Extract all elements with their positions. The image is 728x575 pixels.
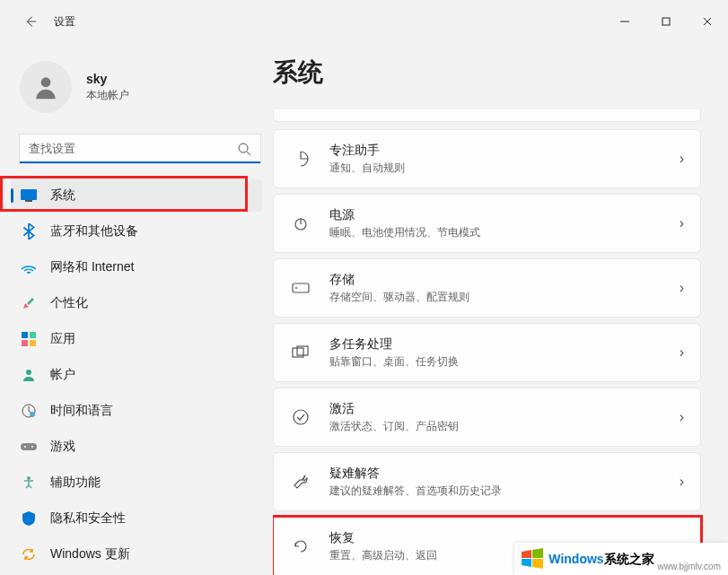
- sidebar-item-gaming[interactable]: 游戏: [11, 431, 262, 463]
- maximize-button[interactable]: [645, 7, 687, 36]
- card-sub: 睡眠、电池使用情况、节电模式: [329, 225, 680, 240]
- sidebar-item-privacy[interactable]: 隐私和安全性: [11, 502, 262, 535]
- card-sub: 通知、自动规则: [329, 161, 680, 176]
- focus-icon: [290, 148, 311, 170]
- sidebar-item-bluetooth[interactable]: 蓝牙和其他设备: [11, 215, 262, 248]
- sidebar-item-label: 网络和 Internet: [50, 259, 134, 275]
- back-button[interactable]: [18, 9, 43, 34]
- sidebar-item-network[interactable]: 网络和 Internet: [11, 251, 262, 283]
- sidebar-item-label: 时间和语言: [50, 403, 113, 419]
- titlebar: 设置: [0, 0, 728, 43]
- svg-rect-13: [21, 443, 37, 450]
- svg-marker-24: [532, 548, 543, 558]
- card-title: 专注助手: [329, 143, 680, 159]
- windows-logo-icon: [520, 546, 545, 571]
- chevron-right-icon: ›: [680, 215, 684, 231]
- gaming-icon: [20, 438, 38, 456]
- network-icon: [20, 258, 38, 276]
- card-multitask[interactable]: 多任务处理贴靠窗口、桌面、任务切换 ›: [273, 323, 701, 382]
- troubleshoot-icon: [290, 471, 311, 492]
- svg-rect-6: [22, 332, 28, 338]
- sidebar-item-label: 辅助功能: [50, 475, 101, 491]
- privacy-icon: [20, 510, 38, 527]
- card-activation[interactable]: 激活激活状态、订阅、产品密钥 ›: [273, 388, 701, 447]
- window-title: 设置: [54, 14, 75, 30]
- recovery-icon: [290, 536, 311, 557]
- watermark: Windows系统之家 www.bjjmlv.com: [514, 543, 728, 575]
- window-controls: [604, 7, 728, 36]
- chevron-right-icon: ›: [680, 151, 684, 167]
- card-sub: 贴靠窗口、桌面、任务切换: [329, 354, 680, 370]
- svg-marker-26: [532, 559, 543, 569]
- svg-rect-3: [21, 189, 37, 200]
- chevron-right-icon: ›: [680, 280, 684, 296]
- sidebar-item-personalize[interactable]: 个性化: [11, 287, 262, 319]
- card-title: 激活: [329, 401, 680, 417]
- svg-rect-9: [30, 340, 36, 346]
- card-sub: 激活状态、订阅、产品密钥: [329, 419, 680, 434]
- sidebar-item-time-lang[interactable]: 时间和语言: [11, 395, 262, 427]
- profile-name: sky: [86, 72, 129, 86]
- chevron-right-icon: ›: [680, 409, 684, 425]
- watermark-url: www.bjjmlv.com: [658, 562, 721, 571]
- sidebar-item-apps[interactable]: 应用: [11, 323, 262, 355]
- sidebar: sky 本地帐户 系统 蓝牙和其他设备 网络和 Internet: [0, 43, 273, 575]
- svg-marker-25: [522, 559, 531, 567]
- sidebar-item-update[interactable]: Windows 更新: [11, 538, 262, 571]
- svg-rect-4: [25, 200, 32, 202]
- svg-marker-23: [522, 550, 531, 558]
- avatar: [20, 61, 72, 113]
- content-pane: 系统 专注助手通知、自动规则 › 电源睡眠、电池使用情况、节电模式 › 存储存储…: [273, 43, 728, 575]
- sidebar-item-account[interactable]: 帐户: [11, 359, 262, 391]
- card-sub: 建议的疑难解答、首选项和历史记录: [329, 484, 680, 499]
- svg-point-12: [30, 412, 35, 417]
- sidebar-item-system[interactable]: 系统: [11, 179, 262, 212]
- profile-sub: 本地帐户: [86, 88, 129, 103]
- svg-point-10: [26, 370, 31, 375]
- svg-rect-0: [662, 18, 670, 25]
- card-focus[interactable]: 专注助手通知、自动规则 ›: [273, 129, 701, 188]
- card-title: 存储: [329, 272, 680, 288]
- personalize-icon: [20, 294, 38, 312]
- time-lang-icon: [20, 402, 38, 420]
- sidebar-item-label: 应用: [50, 331, 75, 347]
- back-arrow-icon: [24, 15, 37, 28]
- storage-icon: [290, 277, 311, 299]
- sidebar-item-label: 系统: [50, 187, 75, 204]
- chevron-right-icon: ›: [680, 344, 684, 361]
- sidebar-item-label: Windows 更新: [50, 546, 130, 562]
- svg-rect-18: [293, 283, 309, 292]
- minimize-icon: [620, 17, 629, 26]
- activation-icon: [290, 406, 311, 428]
- close-icon: [703, 17, 712, 26]
- card-title: 多任务处理: [329, 336, 680, 353]
- person-icon: [31, 73, 60, 101]
- profile-block[interactable]: sky 本地帐户: [0, 54, 273, 135]
- card-troubleshoot[interactable]: 疑难解答建议的疑难解答、首选项和历史记录 ›: [273, 452, 701, 511]
- card-storage[interactable]: 存储存储空间、驱动器、配置规则 ›: [273, 258, 701, 318]
- svg-point-19: [295, 287, 297, 289]
- accessibility-icon: [20, 474, 38, 492]
- page-title: 系统: [273, 56, 701, 90]
- svg-point-5: [28, 272, 30, 274]
- card-title: 疑难解答: [329, 466, 680, 482]
- svg-point-14: [24, 446, 26, 448]
- bluetooth-icon: [20, 222, 38, 240]
- update-icon: [20, 545, 38, 563]
- card-sub: 存储空间、驱动器、配置规则: [329, 290, 680, 305]
- sidebar-item-accessibility[interactable]: 辅助功能: [11, 466, 262, 499]
- nav-list: 系统 蓝牙和其他设备 网络和 Internet 个性化 应用 帐户: [0, 179, 273, 571]
- system-icon: [20, 187, 38, 205]
- power-icon: [290, 213, 311, 234]
- watermark-text: Windows系统之家: [548, 551, 653, 568]
- svg-rect-8: [22, 340, 28, 346]
- svg-point-22: [294, 410, 308, 424]
- search-input[interactable]: [20, 135, 260, 163]
- card-power[interactable]: 电源睡眠、电池使用情况、节电模式 ›: [273, 194, 701, 253]
- svg-rect-7: [30, 332, 36, 338]
- card-title: 电源: [329, 207, 680, 223]
- close-button[interactable]: [687, 7, 728, 36]
- chevron-right-icon: ›: [680, 474, 684, 490]
- sidebar-item-label: 帐户: [50, 367, 75, 383]
- minimize-button[interactable]: [604, 7, 645, 36]
